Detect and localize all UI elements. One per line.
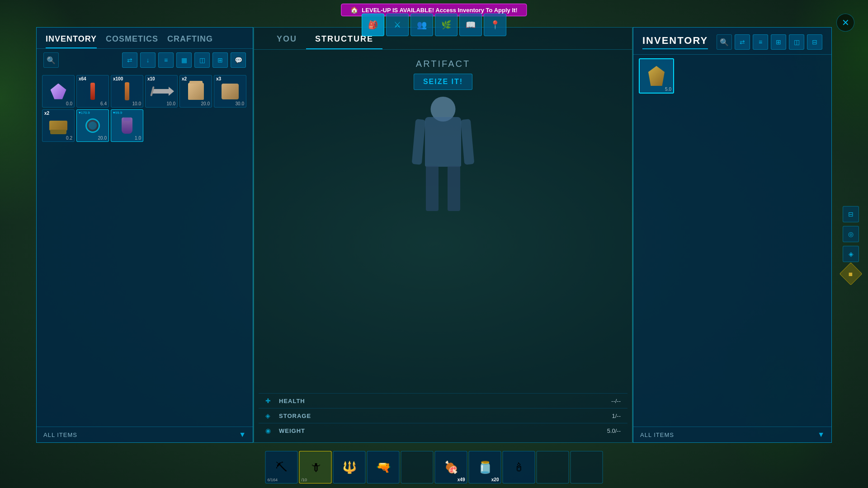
item-value: 20.0 <box>98 136 107 141</box>
filter-btn[interactable]: ≡ <box>158 52 174 68</box>
nav-location[interactable]: 📍 <box>484 14 506 36</box>
item-value: 20.0 <box>201 101 210 106</box>
side-icon-2[interactable]: ◎ <box>843 226 859 242</box>
search-button[interactable]: 🔍 <box>43 52 59 68</box>
slot-qty: x20 <box>491 477 499 482</box>
storage-row: ◈ STORAGE 1/-- <box>259 408 627 423</box>
artifact-value: 5.0 <box>665 87 671 92</box>
item-qty: x3 <box>216 76 221 81</box>
right-grid-btn[interactable]: ⊟ <box>807 34 822 50</box>
item-slot-selected[interactable]: ♥99.9 1.0 <box>111 109 143 142</box>
item-stat: ♥170.9 <box>79 111 90 115</box>
chat-btn[interactable]: 💬 <box>231 52 246 68</box>
nav-character[interactable]: ⚔ <box>386 14 409 36</box>
hotbar-slot-10[interactable] <box>571 451 603 483</box>
tab-crafting[interactable]: CRAFTING <box>167 34 213 48</box>
item-slot[interactable]: x100 10.0 <box>111 75 143 108</box>
health-label: HEALTH <box>279 398 607 404</box>
right-filter-btn[interactable]: ≡ <box>753 34 768 50</box>
storage-label: STORAGE <box>279 413 608 419</box>
grid-btn[interactable]: ▦ <box>176 52 192 68</box>
filter-label: ALL ITEMS <box>43 432 77 438</box>
nav-crafting[interactable]: 🌿 <box>435 14 458 36</box>
transfer-btn[interactable]: ⇄ <box>122 52 137 68</box>
side-icon-3[interactable]: ◈ <box>843 246 859 262</box>
weight-value: 5.0/-- <box>607 427 621 434</box>
hotbar-slot-4[interactable]: 🔫 <box>367 451 400 483</box>
left-inventory-grid: 0.0 x64 6.4 x100 10.0 x10 10. <box>37 71 253 427</box>
right-toolbar: 🔍 ⇄ ≡ ⊞ ◫ ⊟ <box>717 34 822 50</box>
item-value: 30.0 <box>236 101 244 106</box>
item-slot[interactable]: x3 30.0 <box>214 75 246 108</box>
storage-icon: ◈ <box>265 412 274 419</box>
drop-btn[interactable]: ↓ <box>140 52 156 68</box>
close-button[interactable]: ✕ <box>836 14 854 32</box>
expand-btn[interactable]: ⊞ <box>212 52 228 68</box>
tab-inventory[interactable]: INVENTORY <box>46 34 97 48</box>
item-crystal <box>51 84 66 99</box>
hotbar-slot-9[interactable] <box>537 451 569 483</box>
left-panel-toolbar: 🔍 ⇄ ↓ ≡ ▦ ◫ ⊞ 💬 <box>37 49 253 71</box>
artifact-item <box>648 66 665 86</box>
right-expand-btn[interactable]: ⊞ <box>771 34 786 50</box>
hotbar: ⛏ 6/164 🗡 /10 🔱 🔫 🍖 x49 🫙 x20 🕯 <box>265 451 603 483</box>
right-folder-btn[interactable]: ◫ <box>789 34 804 50</box>
folder-btn[interactable]: ◫ <box>194 52 210 68</box>
item-slot[interactable]: x2 20.0 <box>179 75 212 108</box>
char-body <box>420 117 466 207</box>
item-slot[interactable]: x64 6.4 <box>76 75 109 108</box>
item-slot[interactable]: 0.0 <box>42 75 75 108</box>
nav-map[interactable]: 📖 <box>459 14 482 36</box>
pickaxe-icon: ⛏ <box>276 460 288 474</box>
item-value: 1.0 <box>135 136 141 141</box>
right-panel-header: INVENTORY 🔍 ⇄ ≡ ⊞ ◫ ⊟ <box>633 28 831 55</box>
main-ui: INVENTORY COSMETICS CRAFTING 🔍 ⇄ ↓ ≡ ▦ ◫… <box>36 27 832 443</box>
left-filter-bar[interactable]: ALL ITEMS ▼ <box>37 427 253 442</box>
right-transfer-btn[interactable]: ⇄ <box>735 34 750 50</box>
item-qty: x10 <box>147 76 155 81</box>
character-figure <box>402 99 484 225</box>
tab-you[interactable]: YOU <box>268 34 306 49</box>
item-qty: x64 <box>79 76 86 81</box>
health-icon: ✚ <box>265 397 274 404</box>
hotbar-slot-6[interactable]: 🍖 x49 <box>435 451 467 483</box>
hotbar-slot-7[interactable]: 🫙 x20 <box>469 451 501 483</box>
slot-value: 6/164 <box>268 478 278 482</box>
tab-cosmetics[interactable]: COSMETICS <box>106 34 158 48</box>
right-search-button[interactable]: 🔍 <box>717 34 732 50</box>
item-qty: x2 <box>44 111 49 116</box>
rifle-icon: 🔫 <box>376 460 391 474</box>
right-filter-bar[interactable]: ALL ITEMS ▼ <box>633 427 831 442</box>
item-orange-stick <box>125 82 129 100</box>
stats-section: ✚ HEALTH --/-- ◈ STORAGE 1/-- ◉ WEIGHT 5… <box>254 393 632 442</box>
item-slot[interactable]: x2 0.2 <box>42 109 75 142</box>
artifact-slot[interactable]: 5.0 <box>639 58 674 94</box>
hotbar-slot-1[interactable]: ⛏ 6/164 <box>265 451 298 483</box>
side-icon-1[interactable]: ⊟ <box>843 206 859 222</box>
nav-tribe[interactable]: 👥 <box>410 14 433 36</box>
staff-icon: 🔱 <box>342 460 357 474</box>
candle-icon: 🕯 <box>513 460 525 474</box>
jar-icon: 🫙 <box>478 460 492 474</box>
side-icon-diamond[interactable]: ◆ <box>840 263 863 286</box>
nav-inventory[interactable]: 🎒 <box>362 14 384 36</box>
notification-text: LEVEL-UP IS AVAILABLE! Access Inventory … <box>362 7 517 14</box>
hotbar-slot-5[interactable] <box>401 451 434 483</box>
hotbar-slot-2[interactable]: 🗡 /10 <box>299 451 332 483</box>
hotbar-slot-8[interactable]: 🕯 <box>503 451 535 483</box>
right-filter-label: ALL ITEMS <box>640 432 674 438</box>
right-side-icons: ⊟ ◎ ◈ ◆ <box>843 206 859 282</box>
item-slot[interactable]: x10 10.0 <box>145 75 178 108</box>
item-slot-selected[interactable]: ♥170.9 20.0 <box>76 109 109 142</box>
item-value: 10.0 <box>132 101 141 106</box>
seize-button[interactable]: SEIZE IT! <box>414 74 472 90</box>
meat-icon: 🍖 <box>444 460 458 474</box>
storage-value: 1/-- <box>612 413 621 419</box>
top-nav: 🎒 ⚔ 👥 🌿 📖 📍 <box>362 14 506 36</box>
health-value: --/-- <box>611 398 621 404</box>
tab-structure[interactable]: STRUCTURE <box>306 34 382 49</box>
hotbar-slot-3[interactable]: 🔱 <box>333 451 366 483</box>
right-filter-chevron-icon: ▼ <box>817 431 825 439</box>
item-qty: x100 <box>113 76 123 81</box>
middle-panel: YOU STRUCTURE ARTIFACT SEIZE IT! <box>254 27 632 443</box>
